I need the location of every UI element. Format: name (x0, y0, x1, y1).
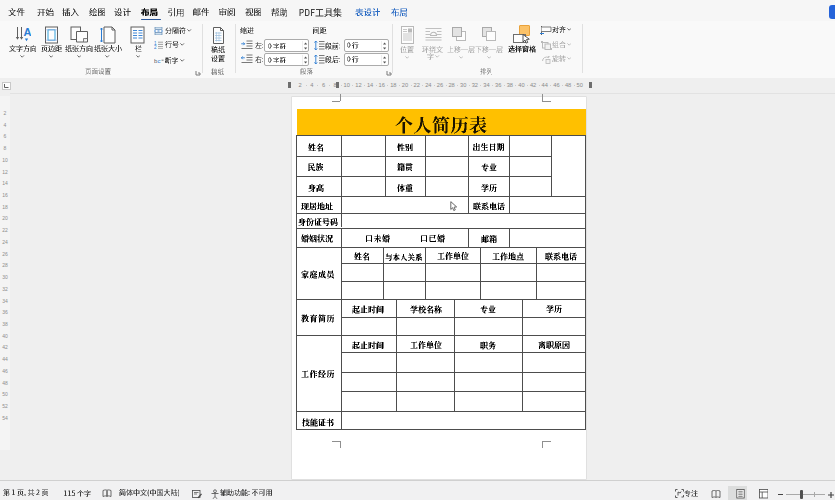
svg-text:A: A (24, 26, 31, 38)
svg-text:2: 2 (154, 45, 157, 49)
svg-text:c: c (157, 58, 160, 64)
